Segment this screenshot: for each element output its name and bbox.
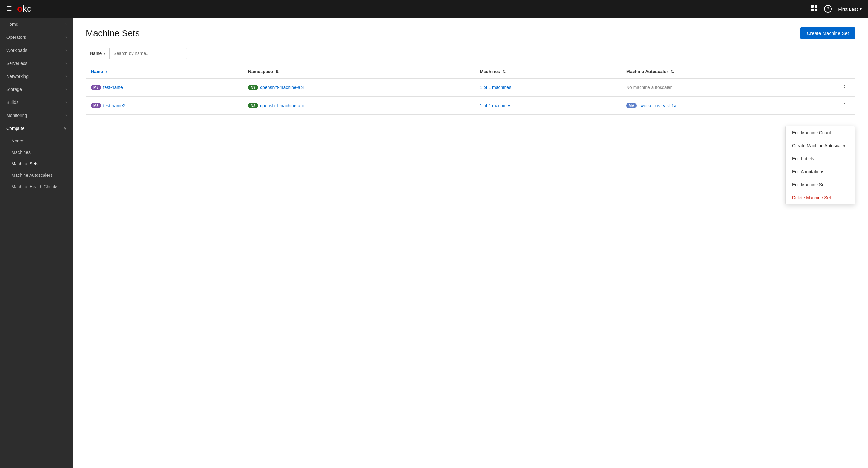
context-menu: Edit Machine Count Create Machine Autosc…: [785, 126, 855, 204]
svg-rect-0: [811, 5, 814, 8]
grid-icon[interactable]: [811, 5, 818, 13]
logo-kd: kd: [23, 4, 32, 14]
context-menu-item-edit-machine-set[interactable]: Edit Machine Set: [786, 178, 855, 192]
user-name: First Last: [838, 6, 858, 12]
help-icon[interactable]: ?: [824, 5, 832, 13]
chevron-right-icon: ›: [65, 100, 67, 105]
filter-bar: Name ▾: [86, 48, 187, 59]
hamburger-icon[interactable]: ☰: [6, 5, 12, 13]
sidebar-item-monitoring[interactable]: Monitoring ›: [0, 109, 73, 122]
sidebar-item-networking-label: Networking: [6, 74, 29, 79]
col-name[interactable]: Name ↑: [86, 65, 243, 78]
chevron-right-icon: ›: [65, 87, 67, 92]
row1-machines-link[interactable]: 1 of 1 machines: [480, 85, 511, 90]
logo: okd: [17, 4, 32, 14]
navbar: ☰ okd ? First Last ▾: [0, 0, 868, 18]
sidebar-item-storage[interactable]: Storage ›: [0, 83, 73, 96]
col-namespace-label: Namespace: [248, 69, 273, 74]
svg-rect-1: [815, 5, 817, 8]
row1-machines-cell: 1 of 1 machines: [475, 78, 621, 97]
row2-autoscaler-link[interactable]: worker-us-east-1a: [641, 103, 676, 108]
sidebar-item-serverless[interactable]: Serverless ›: [0, 57, 73, 70]
sidebar-sub-item-nodes[interactable]: Nodes: [0, 135, 73, 147]
row1-action-button[interactable]: ⋮: [839, 83, 850, 92]
filter-select-caret-icon: ▾: [103, 52, 105, 56]
table-row: MS test-name2 NS openshift-machine-api 1: [86, 97, 855, 115]
chevron-right-icon: ›: [65, 22, 67, 26]
row2-action-button[interactable]: ⋮: [839, 101, 850, 110]
sort-icon: ⇅: [671, 70, 674, 74]
user-menu-caret: ▾: [860, 7, 862, 11]
row1-actions-cell: ⋮: [834, 78, 855, 97]
sidebar-item-monitoring-label: Monitoring: [6, 113, 27, 118]
row2-name-cell: MS test-name2: [86, 97, 243, 115]
chevron-down-icon: ∨: [64, 126, 67, 131]
search-input[interactable]: [110, 48, 187, 59]
chevron-right-icon: ›: [65, 48, 67, 53]
row2-machines-cell: 1 of 1 machines: [475, 97, 621, 115]
sort-icon: ⇅: [503, 70, 506, 74]
sidebar-sub-item-machine-health-checks[interactable]: Machine Health Checks: [0, 181, 73, 192]
svg-rect-2: [811, 9, 814, 11]
row1-ns-badge: NS: [248, 85, 258, 90]
page-title: Machine Sets: [86, 28, 140, 38]
sidebar-item-serverless-label: Serverless: [6, 61, 27, 66]
machine-sets-table: Name ↑ Namespace ⇅ Machines ⇅ Machine: [86, 65, 855, 115]
sidebar-item-builds[interactable]: Builds ›: [0, 96, 73, 109]
table-header-row: Name ↑ Namespace ⇅ Machines ⇅ Machine: [86, 65, 855, 78]
chevron-right-icon: ›: [65, 35, 67, 39]
sidebar-sub-item-machine-sets[interactable]: Machine Sets: [0, 158, 73, 170]
filter-select[interactable]: Name ▾: [86, 48, 110, 59]
table-row: MS test-name NS openshift-machine-api 1 …: [86, 78, 855, 97]
sidebar-item-home[interactable]: Home ›: [0, 18, 73, 31]
context-menu-item-create-autoscaler[interactable]: Create Machine Autoscaler: [786, 139, 855, 152]
sidebar-item-home-label: Home: [6, 22, 18, 27]
row2-ns-badge: NS: [248, 103, 258, 108]
sidebar-item-operators[interactable]: Operators ›: [0, 31, 73, 44]
sidebar-sub-item-machine-autoscalers[interactable]: Machine Autoscalers: [0, 170, 73, 181]
sort-icon: ⇅: [275, 70, 279, 74]
col-namespace[interactable]: Namespace ⇅: [243, 65, 475, 78]
col-autoscaler-label: Machine Autoscaler: [626, 69, 668, 74]
sidebar-sub-item-machine-health-checks-label: Machine Health Checks: [11, 184, 58, 189]
col-name-label: Name: [91, 69, 103, 74]
row1-no-autoscaler-text: No machine autoscaler: [626, 85, 672, 90]
chevron-right-icon: ›: [65, 61, 67, 65]
context-menu-item-edit-count[interactable]: Edit Machine Count: [786, 126, 855, 139]
row1-name-cell: MS test-name: [86, 78, 243, 97]
sidebar-sub-item-machines[interactable]: Machines: [0, 147, 73, 158]
sidebar-item-compute[interactable]: Compute ∨: [0, 122, 73, 135]
create-machine-set-button[interactable]: Create Machine Set: [800, 27, 855, 39]
col-autoscaler[interactable]: Machine Autoscaler ⇅: [621, 65, 834, 78]
filter-select-label: Name: [90, 51, 102, 56]
col-machines[interactable]: Machines ⇅: [475, 65, 621, 78]
sidebar-item-storage-label: Storage: [6, 87, 22, 92]
sidebar-item-workloads[interactable]: Workloads ›: [0, 44, 73, 57]
context-menu-item-edit-annotations[interactable]: Edit Annotations: [786, 165, 855, 178]
sidebar-item-builds-label: Builds: [6, 100, 19, 105]
row2-name-link[interactable]: test-name2: [103, 103, 125, 108]
sidebar-sub-item-machine-autoscalers-label: Machine Autoscalers: [11, 173, 53, 178]
sidebar-sub-item-nodes-label: Nodes: [11, 138, 24, 143]
row2-namespace-cell: NS openshift-machine-api: [243, 97, 475, 115]
row2-actions-cell: ⋮: [834, 97, 855, 115]
row2-namespace-link[interactable]: openshift-machine-api: [260, 103, 304, 108]
svg-rect-3: [815, 9, 817, 11]
logo-o: o: [17, 4, 23, 14]
row1-autoscaler-cell: No machine autoscaler: [621, 78, 834, 97]
row2-machines-link[interactable]: 1 of 1 machines: [480, 103, 511, 108]
row1-namespace-link[interactable]: openshift-machine-api: [260, 85, 304, 90]
page-header: Machine Sets Create Machine Set: [86, 27, 855, 39]
context-menu-item-edit-labels[interactable]: Edit Labels: [786, 152, 855, 165]
sidebar-item-networking[interactable]: Networking ›: [0, 70, 73, 83]
chevron-right-icon: ›: [65, 113, 67, 118]
row2-ma-badge: MA: [626, 103, 637, 108]
sidebar-item-compute-label: Compute: [6, 126, 25, 131]
sidebar-sub-item-machine-sets-label: Machine Sets: [11, 161, 38, 166]
row1-namespace-cell: NS openshift-machine-api: [243, 78, 475, 97]
row1-ms-badge: MS: [91, 85, 101, 90]
user-menu[interactable]: First Last ▾: [838, 6, 862, 12]
sidebar-item-workloads-label: Workloads: [6, 48, 27, 53]
context-menu-item-delete-machine-set[interactable]: Delete Machine Set: [786, 192, 855, 204]
row1-name-link[interactable]: test-name: [103, 85, 123, 90]
